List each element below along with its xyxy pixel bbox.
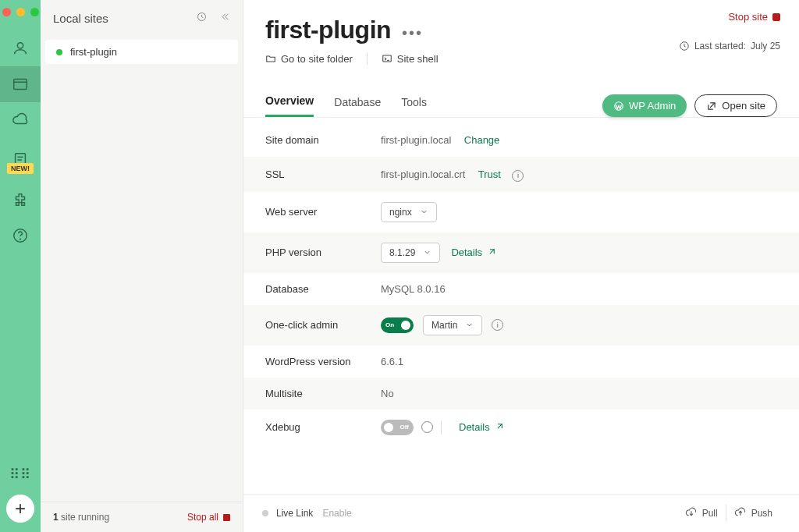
rail-cloud[interactable] [0, 102, 41, 138]
go-to-site-folder-link[interactable]: Go to site folder [265, 53, 353, 65]
multisite-label: Multisite [265, 388, 367, 399]
status-running-icon [56, 49, 62, 55]
rail-grid-icon[interactable]: ⠿⠿ [9, 471, 31, 477]
rail-blueprints[interactable]: NEW! [0, 138, 41, 182]
stop-icon [223, 514, 230, 521]
push-button[interactable]: Push [726, 507, 780, 520]
xdebug-details[interactable]: Details [459, 421, 504, 433]
new-badge: NEW! [7, 163, 34, 174]
chevron-down-icon [420, 207, 428, 216]
tab-database[interactable]: Database [334, 96, 381, 116]
database-label: Database [265, 283, 367, 295]
pull-button[interactable]: Pull [677, 507, 726, 520]
info-icon[interactable] [421, 421, 433, 433]
folder-icon [265, 53, 276, 64]
traffic-lights [2, 5, 39, 30]
oneclick-label: One-click admin [265, 319, 367, 331]
site-item-name: first-plugin [70, 46, 117, 58]
last-started: Last started: July 25 [679, 41, 780, 51]
divider [441, 420, 442, 434]
terminal-icon [382, 53, 392, 64]
svg-rect-10 [383, 55, 392, 62]
rail-addons[interactable] [0, 182, 41, 218]
pull-icon [685, 507, 698, 520]
wp-version-value: 6.6.1 [381, 356, 403, 367]
chevron-down-icon [423, 248, 431, 257]
overview-section: Site domain first-plugin.local Change SS… [243, 118, 799, 450]
chevron-down-icon [465, 321, 474, 329]
site-shell-link[interactable]: Site shell [382, 53, 439, 65]
svg-point-0 [17, 43, 23, 48]
rail-help[interactable] [0, 218, 41, 254]
php-details[interactable]: Details [451, 246, 496, 258]
ssl-value: first-plugin.local.crt [381, 168, 465, 180]
divider [367, 52, 368, 65]
sidebar-item-site[interactable]: first-plugin [45, 40, 238, 64]
page-title: first-plugin [265, 16, 391, 44]
close-window-icon[interactable] [2, 8, 11, 16]
maximize-window-icon[interactable] [30, 8, 39, 16]
site-domain-change[interactable]: Change [464, 134, 500, 146]
add-site-button[interactable]: + [6, 495, 34, 523]
xdebug-label: Xdebug [265, 421, 367, 433]
live-status-icon [262, 510, 268, 516]
sites-running-label: 1 site running [53, 512, 109, 523]
clock-icon [679, 41, 690, 51]
push-icon [734, 507, 747, 520]
stop-site-button[interactable]: Stop site [728, 11, 780, 23]
wp-version-label: WordPress version [265, 356, 367, 367]
svg-rect-1 [14, 80, 27, 90]
rail-sites[interactable] [0, 66, 41, 102]
collapse-icon[interactable] [218, 11, 230, 26]
php-version-select[interactable]: 8.1.29 [381, 243, 440, 263]
rail-profile[interactable] [0, 30, 41, 66]
wordpress-icon [613, 101, 624, 112]
oneclick-user-select[interactable]: Martin [423, 315, 482, 335]
info-icon[interactable]: i [492, 319, 503, 331]
database-value: MySQL 8.0.16 [381, 283, 446, 295]
minimize-window-icon[interactable] [16, 8, 25, 16]
oneclick-toggle[interactable]: On [381, 317, 414, 333]
live-link-label: Live Link [276, 508, 313, 519]
ssl-label: SSL [265, 168, 367, 180]
tab-tools[interactable]: Tools [401, 96, 427, 116]
sidebar: Local sites first-plugin 1 site running … [41, 0, 243, 532]
main-panel: Stop site Last started: July 25 first-pl… [243, 0, 799, 532]
external-link-icon [494, 422, 504, 432]
stop-all-button[interactable]: Stop all [187, 512, 230, 523]
xdebug-toggle[interactable]: Off [381, 420, 414, 435]
open-site-button[interactable]: Open site [694, 94, 777, 117]
info-icon[interactable]: i [512, 170, 524, 182]
web-server-select[interactable]: nginx [381, 202, 437, 222]
left-rail: NEW! ⠿⠿ + [0, 0, 41, 532]
ssl-trust[interactable]: Trust [478, 168, 501, 180]
stop-icon [772, 13, 780, 21]
svg-point-7 [20, 239, 21, 239]
wp-admin-button[interactable]: WP Admin [602, 94, 687, 117]
sidebar-title: Local sites [53, 12, 108, 25]
sort-icon[interactable] [196, 11, 208, 26]
enable-live-link[interactable]: Enable [322, 508, 351, 519]
multisite-value: No [381, 388, 394, 399]
tab-overview[interactable]: Overview [265, 94, 314, 117]
php-label: PHP version [265, 246, 367, 258]
site-domain-label: Site domain [265, 134, 367, 146]
external-link-icon [486, 247, 496, 257]
web-server-label: Web server [265, 206, 367, 218]
external-link-icon [706, 101, 717, 112]
site-domain-value: first-plugin.local [381, 134, 451, 146]
site-menu-button[interactable]: ••• [402, 24, 423, 42]
